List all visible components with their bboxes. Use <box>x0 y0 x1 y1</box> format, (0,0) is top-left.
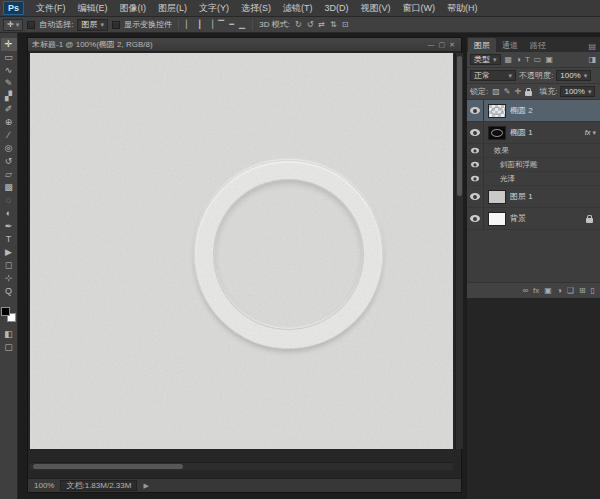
menu-item[interactable]: 窗口(W) <box>397 0 442 17</box>
align-left-icon[interactable]: ▏ <box>185 20 193 29</box>
eyedropper-tool[interactable]: ✐ <box>1 103 17 116</box>
align-bottom-icon[interactable]: ▁ <box>238 20 246 29</box>
align-right-icon[interactable]: ▕ <box>206 20 214 29</box>
move-tool[interactable]: ✛ <box>1 38 17 51</box>
close-button[interactable]: ✕ <box>447 38 457 52</box>
restore-button[interactable]: ▢ <box>437 38 448 52</box>
3d-drag-icon[interactable]: ⇄ <box>317 20 326 29</box>
document-title-bar[interactable]: 未标题-1 @ 100%(椭圆 2, RGB/8) —▢✕ <box>28 38 461 52</box>
visibility-toggle[interactable] <box>467 208 484 229</box>
fill-dropdown[interactable]: 100% ▾ <box>560 86 595 97</box>
path-selection-tool[interactable]: ▶ <box>1 246 17 259</box>
align-center-h-icon[interactable]: ┃ <box>196 20 203 29</box>
layer-row-ellipse-1[interactable]: 椭圆 1 fx ▾ <box>467 122 600 144</box>
opacity-dropdown[interactable]: 100% ▾ <box>556 70 591 81</box>
menu-item[interactable]: 帮助(H) <box>441 0 484 17</box>
add-layer-mask-icon[interactable]: ▣ <box>544 286 552 295</box>
auto-select-dropdown[interactable]: 图层 ▾ <box>77 19 108 31</box>
lock-transparent-icon[interactable]: ▨ <box>491 87 501 96</box>
menu-item[interactable]: 图层(L) <box>152 0 193 17</box>
zoom-tool[interactable]: Q <box>1 285 17 298</box>
collapse-effects-icon[interactable]: ▾ <box>592 129 600 137</box>
tab-layers[interactable]: 图层 <box>468 38 496 52</box>
tool-preset-picker[interactable]: ✛ ▾ <box>3 19 23 31</box>
layer-style-icon[interactable]: fx <box>533 286 539 295</box>
menu-item[interactable]: 图像(I) <box>114 0 153 17</box>
horizontal-scroll-thumb[interactable] <box>33 464 183 469</box>
lock-all-icon[interactable] <box>525 91 532 96</box>
menu-item[interactable]: 视图(V) <box>355 0 397 17</box>
visibility-toggle[interactable] <box>467 100 484 121</box>
visibility-toggle[interactable] <box>467 122 484 143</box>
screen-mode-icon[interactable]: ▢ <box>1 341 17 354</box>
layer-thumbnail[interactable] <box>488 104 506 118</box>
filter-type-layers-icon[interactable]: T <box>524 55 531 64</box>
vertical-scroll-thumb[interactable] <box>457 56 462 196</box>
dodge-tool[interactable]: ◐ <box>1 207 17 220</box>
brush-tool[interactable]: ∕ <box>1 129 17 142</box>
quick-selection-tool[interactable]: ✎ <box>1 77 17 90</box>
link-layers-icon[interactable]: ∞ <box>522 286 528 295</box>
menu-item[interactable]: 3D(D) <box>319 0 355 17</box>
filter-smart-objects-icon[interactable]: ▣ <box>544 55 554 64</box>
adjustment-layer-icon[interactable]: ◑ <box>557 286 562 295</box>
lasso-tool[interactable]: ∿ <box>1 64 17 77</box>
rectangular-marquee-tool[interactable]: ▭ <box>1 51 17 64</box>
pen-tool[interactable]: ✒ <box>1 220 17 233</box>
gradient-tool[interactable]: ▩ <box>1 181 17 194</box>
visibility-toggle[interactable] <box>467 144 484 157</box>
tab-paths[interactable]: 路径 <box>524 38 552 52</box>
effect-row-bevel-emboss[interactable]: 斜面和浮雕 <box>467 158 600 172</box>
layer-thumbnail[interactable] <box>488 212 506 226</box>
foreground-color-swatch[interactable] <box>1 307 10 316</box>
lock-position-icon[interactable]: ✛ <box>514 87 523 96</box>
canvas[interactable] <box>30 53 453 449</box>
filter-switch-icon[interactable]: ◨ <box>587 55 597 64</box>
panel-menu-icon[interactable]: ▤ <box>584 42 600 52</box>
visibility-toggle[interactable] <box>467 172 484 185</box>
layer-thumbnail[interactable] <box>488 190 506 204</box>
visibility-toggle[interactable] <box>467 158 484 171</box>
shape-tool[interactable]: ◻ <box>1 259 17 272</box>
tab-channels[interactable]: 通道 <box>496 38 524 52</box>
menu-item[interactable]: 文件(F) <box>30 0 72 17</box>
blur-tool[interactable]: ◌ <box>1 194 17 207</box>
filter-adjustment-layers-icon[interactable]: ◑ <box>515 55 522 64</box>
3d-scale-icon[interactable]: ⊡ <box>341 20 350 29</box>
menu-item[interactable]: 滤镜(T) <box>277 0 319 17</box>
new-layer-icon[interactable]: ⊞ <box>579 286 586 295</box>
blend-mode-dropdown[interactable]: 正常 ▾ <box>470 70 516 81</box>
filter-pixel-layers-icon[interactable]: ▦ <box>504 55 514 64</box>
3d-roll-icon[interactable]: ↺ <box>306 20 315 29</box>
clone-stamp-tool[interactable]: ◎ <box>1 142 17 155</box>
lock-pixels-icon[interactable]: ✎ <box>503 87 512 96</box>
layer-thumbnail[interactable] <box>488 126 506 140</box>
3d-rotate-icon[interactable]: ↻ <box>294 20 303 29</box>
history-brush-tool[interactable]: ↺ <box>1 155 17 168</box>
layer-row-background[interactable]: 背景 <box>467 208 600 230</box>
status-options-arrow-icon[interactable]: ▶ <box>143 482 148 490</box>
menu-item[interactable]: 选择(S) <box>235 0 277 17</box>
type-tool[interactable]: T <box>1 233 17 246</box>
zoom-level-field[interactable]: 100% <box>34 481 54 490</box>
align-middle-icon[interactable]: ━ <box>228 20 235 29</box>
show-transform-checkbox[interactable] <box>112 21 120 29</box>
align-top-icon[interactable]: ▔ <box>217 20 225 29</box>
hand-tool[interactable]: ⊹ <box>1 272 17 285</box>
vertical-scrollbar[interactable] <box>455 53 463 449</box>
crop-tool[interactable]: ▞ <box>1 90 17 103</box>
auto-select-checkbox[interactable] <box>27 21 35 29</box>
quick-mask-icon[interactable]: ◧ <box>1 328 17 341</box>
visibility-toggle[interactable] <box>467 186 484 207</box>
minimize-button[interactable]: — <box>426 38 437 52</box>
layer-row-ellipse-2[interactable]: 椭圆 2 <box>467 100 600 122</box>
filter-kind-dropdown[interactable]: 类型 ▾ <box>470 54 501 65</box>
layer-row-layer-1[interactable]: 图层 1 <box>467 186 600 208</box>
eraser-tool[interactable]: ▱ <box>1 168 17 181</box>
menu-item[interactable]: 编辑(E) <box>72 0 114 17</box>
effects-header-row[interactable]: 效果 <box>467 144 600 158</box>
horizontal-scrollbar[interactable] <box>30 462 453 470</box>
filter-shape-layers-icon[interactable]: ▭ <box>533 55 543 64</box>
spot-healing-tool[interactable]: ⊕ <box>1 116 17 129</box>
delete-layer-icon[interactable]: ▯ <box>591 286 595 295</box>
